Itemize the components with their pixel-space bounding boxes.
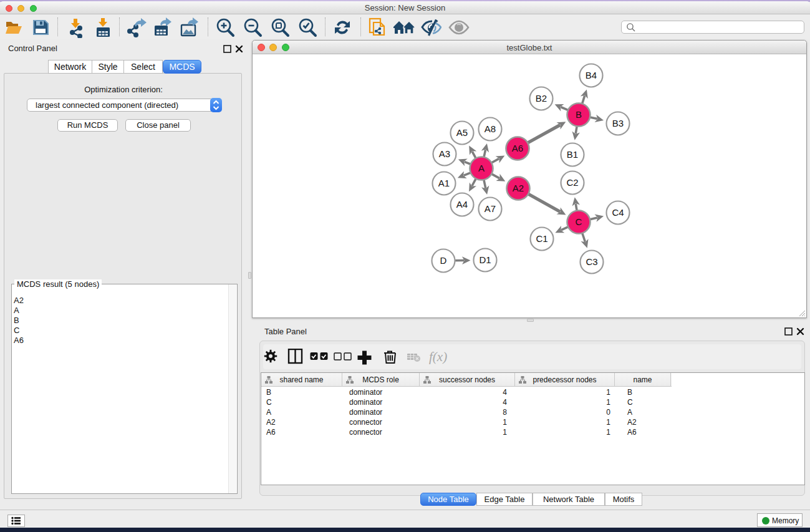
svg-text:D1: D1 — [479, 254, 491, 265]
svg-text:B3: B3 — [612, 118, 624, 128]
svg-text:A1: A1 — [438, 178, 450, 188]
svg-text:D: D — [440, 255, 447, 266]
svg-text:A7: A7 — [485, 203, 496, 214]
svg-text:A: A — [478, 163, 485, 173]
svg-text:C2: C2 — [566, 177, 578, 188]
svg-text:C: C — [576, 216, 582, 227]
svg-text:A4: A4 — [456, 199, 468, 210]
svg-text:A2: A2 — [513, 183, 524, 193]
svg-text:B1: B1 — [567, 149, 578, 160]
svg-text:f(x): f(x) — [429, 349, 447, 364]
svg-text:A6: A6 — [512, 143, 523, 153]
svg-text:A5: A5 — [456, 127, 468, 138]
svg-text:C3: C3 — [586, 256, 597, 267]
svg-text:B: B — [576, 109, 582, 120]
svg-text:C4: C4 — [612, 207, 624, 218]
svg-text:A3: A3 — [439, 148, 450, 159]
svg-text:B4: B4 — [586, 70, 597, 80]
svg-text:C1: C1 — [536, 233, 547, 244]
svg-text:A8: A8 — [485, 123, 496, 134]
svg-text:B2: B2 — [536, 93, 547, 104]
